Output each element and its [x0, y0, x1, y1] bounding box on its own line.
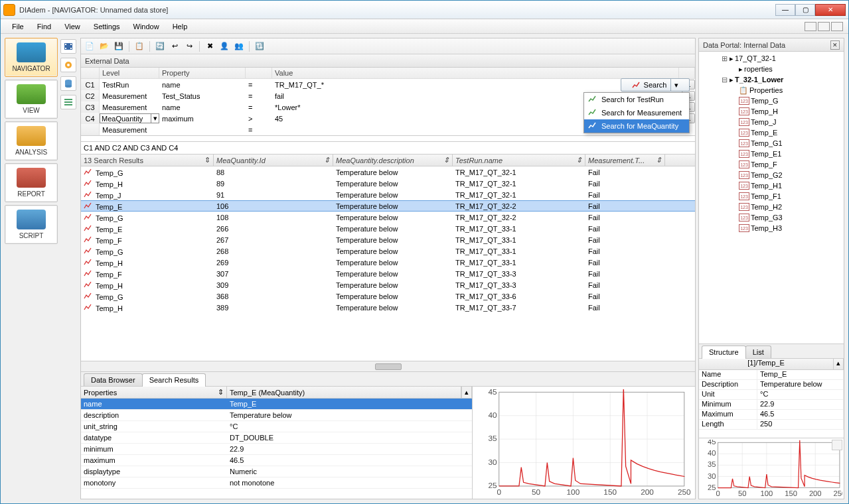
dp-property-row[interactable]: DescriptionTemperature below: [699, 380, 844, 390]
tree-item[interactable]: 123Temp_H3: [700, 223, 842, 233]
back-icon[interactable]: ↩: [169, 40, 181, 52]
col-desc[interactable]: MeaQuantity.description⇕: [333, 155, 453, 166]
result-row[interactable]: Temp_G88Temperature belowTR_M17_QT_32-1F…: [81, 166, 695, 178]
open-icon[interactable]: 📂: [98, 40, 110, 52]
save-icon[interactable]: 💾: [113, 40, 125, 52]
tab-data-browser[interactable]: Data Browser: [84, 373, 143, 386]
user-icon[interactable]: 👤: [218, 40, 230, 52]
paste-icon[interactable]: 📋: [133, 40, 145, 52]
nav-report[interactable]: REPORT: [5, 163, 58, 202]
speaker-icon[interactable]: [832, 440, 842, 450]
nav-navigator[interactable]: NAVIGATOR: [5, 38, 58, 77]
mdi-close-icon[interactable]: [831, 22, 843, 31]
minimize-button[interactable]: —: [775, 4, 795, 16]
tree-item[interactable]: 123Temp_H: [700, 106, 842, 117]
result-row[interactable]: Temp_H269Temperature belowTR_M17_QT_33-1…: [81, 257, 695, 268]
refresh-icon[interactable]: 🔄: [154, 40, 166, 52]
dp-property-row[interactable]: Length250: [699, 420, 844, 430]
property-row[interactable]: monotonynot monotone: [81, 477, 472, 489]
col-meas[interactable]: Measurement.T...⇕: [585, 155, 665, 166]
search-menu-item[interactable]: Search for Measurement: [584, 106, 689, 119]
result-row[interactable]: Temp_G108Temperature belowTR_M17_QT_32-2…: [81, 212, 695, 223]
dp-property-row[interactable]: NameTemp_E: [699, 370, 844, 380]
mdi-restore-icon[interactable]: [818, 22, 830, 31]
tab-list[interactable]: List: [745, 346, 771, 358]
search-menu-item[interactable]: Search for TestRun: [584, 93, 689, 106]
scrollbar-icon[interactable]: ▴: [834, 359, 844, 369]
result-row[interactable]: Temp_F307Temperature belowTR_M17_QT_33-3…: [81, 268, 695, 279]
result-row[interactable]: Temp_H389Temperature belowTR_M17_QT_33-7…: [81, 302, 695, 313]
close-button[interactable]: ✕: [815, 4, 846, 16]
dp-property-row[interactable]: Unit°C: [699, 390, 844, 400]
search-menu-item[interactable]: Search for MeaQuantity: [584, 119, 689, 133]
menu-file[interactable]: File: [6, 21, 30, 32]
tree-item[interactable]: 123Temp_G2: [700, 170, 842, 180]
cancel-icon[interactable]: ✖: [204, 40, 216, 52]
tree-item[interactable]: 123Temp_F1: [700, 191, 842, 202]
reload-icon[interactable]: 🔃: [254, 40, 266, 52]
menu-settings[interactable]: Settings: [88, 21, 126, 32]
tree-item[interactable]: 123Temp_H1: [700, 180, 842, 191]
tree-item[interactable]: 123Temp_E1: [700, 149, 842, 159]
result-row[interactable]: Temp_H309Temperature belowTR_M17_QT_33-3…: [81, 279, 695, 290]
menu-find[interactable]: Find: [31, 21, 57, 32]
film-icon[interactable]: [60, 39, 76, 54]
result-row[interactable]: Temp_G368Temperature belowTR_M17_QT_33-6…: [81, 290, 695, 302]
result-row[interactable]: Temp_E106Temperature belowTR_M17_QT_32-2…: [81, 200, 695, 212]
tree-item[interactable]: 123Temp_H2: [700, 202, 842, 212]
col-id[interactable]: MeaQuantity.Id⇕: [214, 155, 333, 166]
tree-item[interactable]: 123Temp_E: [700, 127, 842, 138]
search-button[interactable]: Search ▾: [621, 78, 690, 92]
chevron-down-icon[interactable]: ▾: [151, 114, 157, 123]
result-row[interactable]: Temp_E266Temperature belowTR_M17_QT_33-1…: [81, 223, 695, 234]
nav-script[interactable]: SCRIPT: [5, 205, 58, 244]
scrollbar-icon[interactable]: ▴: [461, 387, 472, 398]
col-testrun[interactable]: TestRun.name⇕: [453, 155, 585, 166]
logic-expression[interactable]: C1 AND C2 AND C3 AND C4: [81, 141, 695, 155]
property-row[interactable]: nameTemp_E: [81, 399, 472, 410]
tree-item[interactable]: ▸roperties: [700, 64, 842, 74]
props-col-key[interactable]: Properties⇕: [81, 387, 227, 398]
tree-view[interactable]: ⊞▸17_QT_32-1▸roperties⊟▸T_32-1_Lower📋Pro…: [699, 52, 844, 344]
nav-view[interactable]: VIEW: [5, 80, 58, 119]
criteria-row[interactable]: C1TestRunname=TR_M17_QT_*...: [81, 79, 695, 90]
tree-item[interactable]: 📋Properties: [700, 85, 842, 95]
chevron-down-icon[interactable]: ▾: [670, 79, 678, 91]
property-row[interactable]: minimum22.9: [81, 444, 472, 455]
tab-search-results[interactable]: Search Results: [142, 373, 206, 387]
result-row[interactable]: Temp_G268Temperature belowTR_M17_QT_33-1…: [81, 245, 695, 257]
property-row[interactable]: maximum46.5: [81, 455, 472, 466]
users-icon[interactable]: 👥: [233, 40, 245, 52]
property-row[interactable]: displaytypeNumeric: [81, 466, 472, 477]
results-count[interactable]: 13 Search Results⇕: [81, 155, 214, 166]
new-icon[interactable]: 📄: [84, 40, 96, 52]
forward-icon[interactable]: ↪: [183, 40, 195, 52]
horizontal-scrollbar[interactable]: [81, 361, 695, 371]
property-row[interactable]: unit_string°C: [81, 421, 472, 432]
menu-window[interactable]: Window: [127, 21, 165, 32]
tree-item[interactable]: 123Temp_G: [700, 95, 842, 106]
tab-structure[interactable]: Structure: [702, 346, 746, 359]
list-icon[interactable]: [60, 95, 76, 109]
gear-icon[interactable]: [60, 58, 76, 72]
tree-item[interactable]: ⊞▸17_QT_32-1: [700, 53, 842, 64]
dp-property-row[interactable]: Maximum46.5: [699, 410, 844, 420]
property-row[interactable]: descriptionTemperature below: [81, 410, 472, 421]
result-row[interactable]: Temp_F267Temperature belowTR_M17_QT_33-1…: [81, 234, 695, 245]
tree-item[interactable]: 123Temp_J: [700, 117, 842, 127]
tree-item[interactable]: 123Temp_F: [700, 159, 842, 170]
level-dropdown[interactable]: MeaQuantity▾: [100, 113, 159, 123]
database-icon[interactable]: [60, 76, 76, 91]
result-row[interactable]: Temp_J91Temperature belowTR_M17_QT_32-1F…: [81, 189, 695, 200]
dp-property-row[interactable]: Minimum22.9: [699, 400, 844, 410]
menu-help[interactable]: Help: [167, 21, 194, 32]
tree-item[interactable]: 123Temp_G1: [700, 138, 842, 149]
close-panel-icon[interactable]: ✕: [830, 40, 840, 50]
tree-item[interactable]: ⊟▸T_32-1_Lower: [700, 74, 842, 85]
menu-view[interactable]: View: [58, 21, 86, 32]
mdi-minimize-icon[interactable]: [805, 22, 816, 31]
property-row[interactable]: datatypeDT_DOUBLE: [81, 432, 472, 444]
nav-analysis[interactable]: ANALYSIS: [5, 121, 58, 160]
tree-item[interactable]: 123Temp_G3: [700, 212, 842, 223]
result-row[interactable]: Temp_H89Temperature belowTR_M17_QT_32-1F…: [81, 178, 695, 189]
